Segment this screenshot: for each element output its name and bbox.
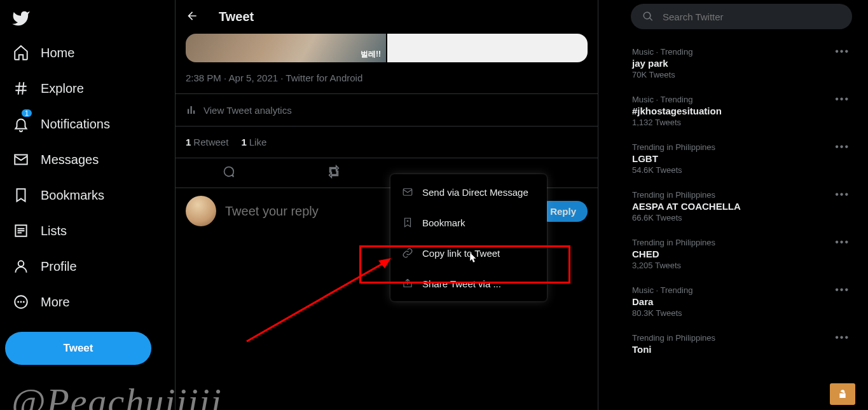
- nav-label: More: [41, 295, 70, 310]
- tweet-media[interactable]: 벌레!!: [186, 34, 588, 62]
- retweets-link[interactable]: 1Retweet: [186, 137, 228, 147]
- search-input[interactable]: [663, 11, 841, 22]
- svg-point-2: [20, 301, 22, 303]
- nav-label: Profile: [41, 259, 77, 274]
- svg-point-1: [17, 301, 19, 303]
- nav-label: Bookmarks: [41, 188, 104, 203]
- left-sidebar: Home Explore 1 Notifications Messages Bo…: [0, 0, 175, 410]
- nav-label: Explore: [41, 81, 84, 96]
- tweet-meta: 2:38 PM · Apr 5, 2021 · Twitter for Andr…: [176, 62, 598, 94]
- notification-badge: 1: [22, 109, 32, 117]
- svg-point-3: [23, 301, 25, 303]
- reply-action[interactable]: [221, 165, 235, 181]
- lock-open-icon: [837, 389, 848, 399]
- trend-item[interactable]: Music · Trending #jkhostagesituation 1,1…: [631, 88, 852, 136]
- trend-item[interactable]: Music · Trending jay park 70K Tweets •••: [631, 41, 852, 88]
- bookmark-icon: [13, 187, 29, 203]
- analytics-label: View Tweet analytics: [203, 105, 292, 116]
- nav-label: Notifications: [41, 117, 110, 132]
- trend-more-icon[interactable]: •••: [835, 46, 850, 57]
- share-bookmark[interactable]: Bookmark: [390, 207, 547, 238]
- share-via[interactable]: Share Tweet via ...: [390, 268, 547, 299]
- page-title: Tweet: [219, 10, 254, 24]
- analytics-icon: [186, 104, 197, 116]
- media-caption: 벌레!!: [361, 49, 381, 60]
- tweet-timestamp[interactable]: 2:38 PM · Apr 5, 2021: [186, 72, 278, 83]
- back-button[interactable]: [186, 10, 198, 25]
- nav-home[interactable]: Home: [5, 37, 82, 69]
- trend-item[interactable]: Trending in Philippines CHED 3,205 Tweet…: [631, 231, 852, 279]
- trend-more-icon[interactable]: •••: [835, 284, 850, 296]
- tweet-source[interactable]: Twitter for Android: [286, 72, 362, 83]
- nav-label: Messages: [41, 153, 99, 167]
- header-bar: Tweet: [176, 0, 598, 34]
- reply-icon: [221, 165, 235, 179]
- trend-item[interactable]: Trending in Philippines Toni •••: [631, 327, 852, 364]
- nav-label: Home: [41, 46, 74, 60]
- trend-more-icon[interactable]: •••: [835, 236, 850, 248]
- bell-icon: [13, 116, 29, 132]
- nav-bookmarks[interactable]: Bookmarks: [5, 179, 112, 211]
- search-icon: [642, 11, 654, 22]
- lock-badge[interactable]: [830, 383, 855, 405]
- right-sidebar: Music · Trending jay park 70K Tweets •••…: [621, 0, 862, 410]
- hashtag-icon: [13, 80, 29, 97]
- nav-notifications[interactable]: 1 Notifications: [5, 108, 118, 140]
- share-copy-link[interactable]: Copy link to Tweet: [390, 238, 547, 268]
- likes-link[interactable]: 1Like: [241, 137, 266, 147]
- nav-profile[interactable]: Profile: [5, 250, 85, 282]
- avatar[interactable]: [186, 196, 216, 226]
- nav-messages[interactable]: Messages: [5, 144, 106, 175]
- trend-more-icon[interactable]: •••: [835, 332, 850, 343]
- nav-label: Lists: [41, 224, 67, 238]
- profile-icon: [13, 258, 29, 275]
- lists-icon: [13, 222, 29, 239]
- trend-item[interactable]: Trending in Philippines AESPA AT COACHEL…: [631, 184, 852, 231]
- media-image-right: [387, 34, 588, 62]
- arrow-left-icon: [186, 10, 198, 22]
- share-icon: [402, 278, 413, 289]
- retweet-icon: [327, 165, 341, 179]
- trend-more-icon[interactable]: •••: [835, 93, 850, 105]
- nav-explore[interactable]: Explore: [5, 72, 92, 104]
- svg-rect-4: [403, 189, 412, 196]
- more-circle-icon: [13, 294, 29, 310]
- link-icon: [402, 247, 413, 259]
- view-analytics[interactable]: View Tweet analytics: [176, 94, 598, 126]
- engagement-counts: 1Retweet 1Like: [176, 126, 598, 158]
- tweet-button[interactable]: Tweet: [5, 332, 151, 365]
- share-dm[interactable]: Send via Direct Message: [390, 177, 547, 207]
- trend-more-icon[interactable]: •••: [835, 141, 850, 153]
- envelope-icon: [402, 186, 413, 198]
- home-icon: [13, 44, 29, 61]
- search-box[interactable]: [631, 4, 852, 29]
- share-menu: Send via Direct Message Bookmark Copy li…: [390, 174, 547, 301]
- nav-more[interactable]: More: [5, 286, 78, 318]
- retweet-action[interactable]: [327, 165, 341, 181]
- trend-item[interactable]: Music · Trending Dara 80.3K Tweets •••: [631, 279, 852, 327]
- trend-more-icon[interactable]: •••: [835, 189, 850, 200]
- nav-lists[interactable]: Lists: [5, 215, 74, 247]
- media-image-left: 벌레!!: [186, 34, 386, 62]
- trend-item[interactable]: Trending in Philippines LGBT 54.6K Tweet…: [631, 136, 852, 184]
- envelope-icon: [13, 151, 29, 168]
- twitter-logo[interactable]: [5, 3, 37, 34]
- bookmark-add-icon: [402, 217, 413, 228]
